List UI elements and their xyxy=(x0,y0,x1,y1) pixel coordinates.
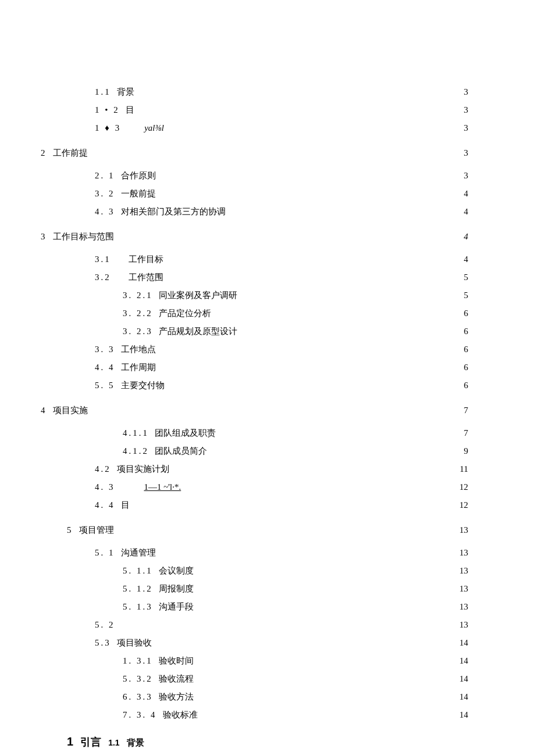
toc-page: 13 xyxy=(454,599,468,615)
toc-num: 1.1 xyxy=(95,84,111,100)
toc-entry: 1 ♦ 3yal⅜l3 xyxy=(95,120,468,136)
toc-label: 周报制度 xyxy=(159,581,194,597)
toc-num: 5. 3.2 xyxy=(123,671,153,687)
toc-num: 5. 2 xyxy=(95,617,115,633)
heading-1-title: 引言 xyxy=(80,733,101,751)
toc-entry: 5. 5主要交付物6 xyxy=(95,378,468,393)
toc-entry: 5. 3.2验收流程14 xyxy=(123,671,468,687)
toc-label: 目 xyxy=(126,102,134,118)
toc-page: 9 xyxy=(454,443,468,459)
toc-entry: 4.1.2团队成员简介9 xyxy=(123,443,468,459)
toc-entry: 1.1背景3 xyxy=(95,84,468,100)
heading-1-num: 1 xyxy=(67,731,73,752)
toc-entry: 2. 1合作原则3 xyxy=(95,168,468,184)
toc-page: 4 xyxy=(454,252,468,267)
toc-entry: 3. 2一般前提4 xyxy=(95,186,468,202)
toc-label: 验收标准 xyxy=(163,707,198,723)
toc-label: 工作目标与范围 xyxy=(53,229,114,245)
toc-num: 4.1.2 xyxy=(123,443,149,459)
toc-label: 背景 xyxy=(117,84,134,100)
toc-label: 产品定位分析 xyxy=(159,306,211,321)
toc-label: 项目实施 xyxy=(53,403,88,418)
toc-page: 4 xyxy=(454,204,468,220)
toc-entry: 1 • 2目3 xyxy=(95,102,468,118)
toc-page: 11 xyxy=(454,461,468,477)
toc-label: 主要交付物 xyxy=(121,378,165,393)
toc-entry: 5. 1沟通管理13 xyxy=(95,545,468,561)
toc-label: 项目管理 xyxy=(79,522,114,538)
toc-label: yal⅜l xyxy=(144,120,164,136)
toc-page: 6 xyxy=(454,306,468,321)
toc-label: 对相关部门及第三方的协调 xyxy=(121,204,226,220)
toc-entry: 4. 3对相关部门及第三方的协调4 xyxy=(95,204,468,220)
toc-label: 验收时间 xyxy=(159,653,194,669)
toc-label: 工作周期 xyxy=(121,360,156,375)
toc-page: 7 xyxy=(454,425,468,441)
toc-label: 工作地点 xyxy=(121,342,156,357)
toc-entry: 4项目实施7 xyxy=(41,403,468,418)
toc-entry: 7. 3. 4验收标准14 xyxy=(123,707,468,723)
toc-entry: 4.1.1团队组成及职责7 xyxy=(123,425,468,441)
toc-num: 4. 4 xyxy=(95,360,115,375)
toc-num: 1. 3.1 xyxy=(123,653,153,669)
toc-page: 3 xyxy=(454,145,468,161)
toc-label: 验收流程 xyxy=(159,671,194,687)
toc-page: 6 xyxy=(454,360,468,375)
toc-label: 团队组成及职责 xyxy=(155,425,216,441)
toc-page: 3 xyxy=(454,120,468,136)
toc-page: 4 xyxy=(454,229,468,245)
toc-page: 14 xyxy=(454,635,468,651)
toc-num: 4 xyxy=(41,403,47,418)
toc-num: 5.3 xyxy=(95,635,111,651)
toc-num: 3 xyxy=(41,229,47,245)
toc-page: 3 xyxy=(454,168,468,184)
heading-2-num: 1.1 xyxy=(108,736,119,750)
toc-page: 7 xyxy=(454,403,468,418)
table-of-contents: 1.1背景3 1 • 2目3 1 ♦ 3yal⅜l3 2工作前提3 2. 1合作… xyxy=(67,84,468,723)
toc-label: 合作原则 xyxy=(121,168,156,184)
toc-label: 项目验收 xyxy=(117,635,152,651)
toc-num: 5. 1.3 xyxy=(123,599,153,615)
toc-page: 14 xyxy=(454,653,468,669)
toc-num: 3. 3 xyxy=(95,342,115,357)
toc-entry: 1. 3.1验收时间14 xyxy=(123,653,468,669)
toc-entry: 5. 1.1会议制度13 xyxy=(123,563,468,579)
toc-page: 13 xyxy=(454,581,468,597)
toc-label: 一般前提 xyxy=(121,186,156,202)
toc-entry: 5. 213 xyxy=(95,617,468,633)
section-heading: 1 引言 1.1 背景 xyxy=(67,731,468,752)
toc-page: 12 xyxy=(454,479,468,495)
toc-entry: 4. 31—1 ~'l·*.12 xyxy=(95,479,468,495)
toc-label: 会议制度 xyxy=(159,563,194,579)
toc-page: 5 xyxy=(454,270,468,285)
toc-page: 6 xyxy=(454,342,468,357)
toc-label: 1—1 ~'l·*. xyxy=(144,479,181,495)
toc-label: 目 xyxy=(121,497,130,513)
toc-label: 产品规划及原型设计 xyxy=(159,324,237,339)
toc-entry: 2工作前提3 xyxy=(41,145,468,161)
toc-entry: 3.2工作范围5 xyxy=(95,270,468,285)
toc-entry: 5. 1.2周报制度13 xyxy=(123,581,468,597)
toc-label: 工作前提 xyxy=(53,145,88,161)
toc-num: 3. 2 xyxy=(95,186,115,202)
toc-page: 4 xyxy=(454,186,468,202)
toc-page: 14 xyxy=(454,689,468,705)
toc-page: 14 xyxy=(454,707,468,723)
toc-entry: 3. 3工作地点6 xyxy=(95,342,468,357)
toc-page: 13 xyxy=(454,617,468,633)
toc-num: 2. 1 xyxy=(95,168,115,184)
toc-entry: 3. 2.2产品定位分析6 xyxy=(123,306,468,321)
toc-entry: 4. 4目12 xyxy=(95,497,468,513)
toc-page: 3 xyxy=(454,102,468,118)
toc-num: 3.1 xyxy=(95,252,111,267)
toc-page: 6 xyxy=(454,324,468,339)
toc-num: 3. 2.1 xyxy=(123,288,153,303)
toc-num: 1 • 2 xyxy=(95,102,120,118)
toc-num: 3.2 xyxy=(95,270,111,285)
toc-label: 沟通手段 xyxy=(159,599,194,615)
toc-entry: 6. 3.3验收方法14 xyxy=(123,689,468,705)
toc-num: 4.2 xyxy=(95,461,111,477)
toc-num: 4. 3 xyxy=(95,479,115,495)
toc-entry: 5.3项目验收14 xyxy=(95,635,468,651)
toc-num: 7. 3. 4 xyxy=(123,707,157,723)
